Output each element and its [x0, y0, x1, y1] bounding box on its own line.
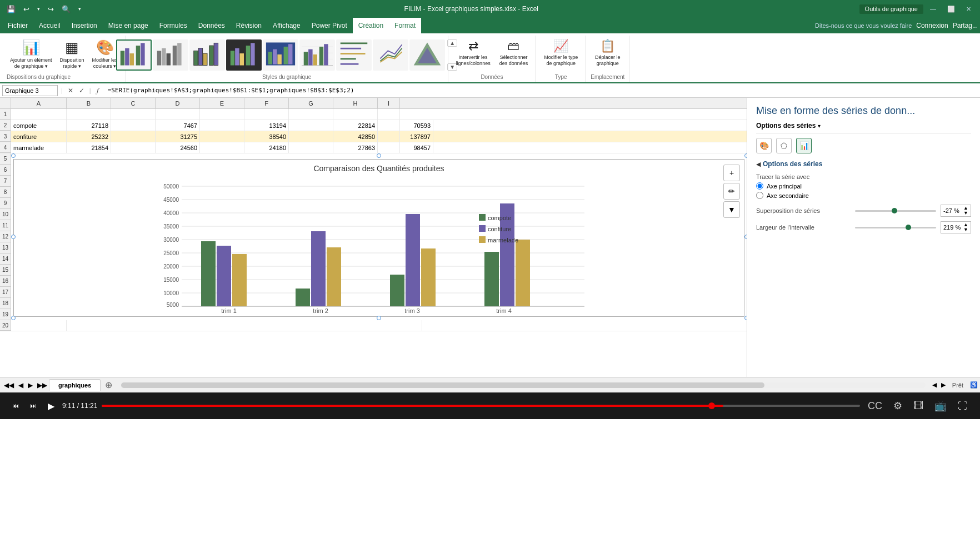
cell-a3[interactable]: confiture: [11, 131, 67, 142]
chart-style-4[interactable]: [226, 39, 262, 71]
cell-f2[interactable]: 13194: [244, 120, 289, 131]
cell-h3[interactable]: 42850: [333, 131, 378, 142]
cell-f1[interactable]: [244, 109, 289, 120]
chart-style-button[interactable]: ✏: [723, 183, 740, 200]
cell-i1[interactable]: [378, 109, 400, 120]
chart-style-1[interactable]: [116, 39, 152, 71]
resize-handle-top-left[interactable]: [11, 153, 16, 158]
bar-t2-confiture[interactable]: [311, 231, 326, 306]
col-header-e[interactable]: E: [200, 98, 244, 108]
cell-j3[interactable]: 137897: [400, 131, 433, 142]
video-prev-frame-button[interactable]: ⏭: [27, 400, 40, 412]
row-header-7[interactable]: 7: [0, 176, 11, 187]
cell-e4[interactable]: [200, 142, 244, 153]
name-box[interactable]: [2, 85, 58, 96]
row-header-9[interactable]: 9: [0, 198, 11, 209]
cell-g3[interactable]: [289, 131, 333, 142]
disposition-rapide-button[interactable]: ▦ Dispositionrapide ▾: [57, 37, 88, 72]
col-header-d[interactable]: D: [156, 98, 200, 108]
resize-handle-top[interactable]: [377, 153, 381, 158]
undo-dropdown[interactable]: ▾: [35, 6, 42, 12]
cell-i4[interactable]: [378, 142, 400, 153]
panel-tab-shape[interactable]: ⬠: [776, 138, 792, 153]
horizontal-scrollbar[interactable]: [121, 382, 926, 388]
col-header-c[interactable]: C: [111, 98, 156, 108]
connexion-label[interactable]: Connexion: [916, 22, 948, 29]
resize-handle-bottom-right[interactable]: [744, 316, 747, 320]
cell-h4[interactable]: 27863: [333, 142, 378, 153]
bar-t1-compote[interactable]: [201, 241, 216, 306]
resize-handle-bottom[interactable]: [377, 316, 381, 320]
cell-b3[interactable]: 25232: [67, 131, 111, 142]
menu-donnees[interactable]: Données: [193, 18, 231, 33]
cell-i2[interactable]: [378, 120, 400, 131]
row-header-8[interactable]: 8: [0, 187, 11, 198]
row-header-16[interactable]: 16: [0, 276, 11, 287]
qat-more[interactable]: ▾: [76, 6, 83, 12]
menu-affichage[interactable]: Affichage: [267, 18, 306, 33]
col-header-g[interactable]: G: [289, 98, 333, 108]
chart-style-5[interactable]: [263, 39, 298, 71]
cell-a20[interactable]: [11, 320, 67, 331]
menu-formules[interactable]: Formules: [154, 18, 193, 33]
tab-nav-last[interactable]: ▶▶: [36, 381, 49, 389]
sheet-tab-graphiques[interactable]: graphiques: [49, 379, 101, 391]
add-sheet-button[interactable]: ⊕: [101, 380, 117, 390]
video-progress-thumb[interactable]: [708, 402, 715, 409]
series-options-header[interactable]: ◀ Options des séries: [756, 160, 971, 168]
redo-button[interactable]: ↪: [46, 5, 56, 13]
col-header-h[interactable]: H: [333, 98, 378, 108]
tab-nav-next[interactable]: ▶: [26, 381, 34, 389]
add-element-button[interactable]: 📊 Ajouter un élémentde graphique ▾: [7, 37, 56, 72]
row-header-13[interactable]: 13: [0, 242, 11, 253]
video-play-button[interactable]: ▶: [44, 399, 58, 414]
deplacer-button[interactable]: 📋 Déplacer legraphique: [591, 37, 624, 69]
menu-power-pivot[interactable]: Power Pivot: [306, 18, 353, 33]
bar-t3-compote[interactable]: [390, 275, 404, 306]
cell-e1[interactable]: [200, 109, 244, 120]
cell-f3[interactable]: 38540: [244, 131, 289, 142]
resize-handle-bottom-left[interactable]: [11, 316, 16, 320]
close-button[interactable]: ✕: [962, 4, 976, 14]
menu-revision[interactable]: Révision: [231, 18, 267, 33]
cell-d2[interactable]: 7467: [156, 120, 200, 131]
video-quality-icon[interactable]: 🎞: [910, 399, 927, 413]
video-pip-icon[interactable]: 📺: [931, 399, 950, 413]
save-button[interactable]: 💾: [4, 5, 18, 13]
resize-handle-top-right[interactable]: [744, 153, 747, 158]
superposition-track[interactable]: [855, 210, 936, 212]
chart-style-6[interactable]: [299, 39, 335, 71]
chart-container[interactable]: Comparaison des Quantités produites: [11, 153, 747, 320]
chart[interactable]: Comparaison des Quantités produites: [13, 159, 744, 317]
tab-nav-first[interactable]: ◀◀: [2, 381, 16, 389]
video-fullscreen-icon[interactable]: ⛶: [954, 399, 971, 413]
row-header-2[interactable]: 2: [0, 120, 11, 131]
cell-c4[interactable]: [111, 142, 156, 153]
col-header-a[interactable]: A: [11, 98, 67, 108]
scrollbar-thumb[interactable]: [121, 382, 764, 388]
panel-tab-chart[interactable]: 📊: [796, 138, 812, 153]
axe-principal-radio[interactable]: [756, 182, 763, 190]
row-header-18[interactable]: 18: [0, 298, 11, 309]
partager-label[interactable]: Partag...: [953, 22, 978, 29]
row-header-4[interactable]: 4: [0, 142, 11, 153]
cell-g2[interactable]: [289, 120, 333, 131]
cell-g1[interactable]: [289, 109, 333, 120]
row-header-12[interactable]: 12: [0, 231, 11, 242]
cell-e3[interactable]: [200, 131, 244, 142]
row-header-5[interactable]: 5: [0, 153, 11, 165]
menu-mise-en-page[interactable]: Mise en page: [103, 18, 154, 33]
selectionner-button[interactable]: 🗃 Sélectionnerdes données: [496, 37, 532, 69]
formula-input[interactable]: [108, 87, 978, 94]
col-header-f[interactable]: F: [244, 98, 289, 108]
scroll-right-button[interactable]: ▶: [939, 381, 948, 389]
undo-button[interactable]: ↩: [21, 5, 32, 13]
minimize-button[interactable]: —: [926, 4, 941, 14]
bar-t1-marmelade[interactable]: [232, 254, 247, 306]
row-header-1[interactable]: 1: [0, 109, 11, 120]
cell-j2[interactable]: 70593: [400, 120, 433, 131]
cell-c1[interactable]: [111, 109, 156, 120]
cell-c2[interactable]: [111, 120, 156, 131]
panel-tab-paint[interactable]: 🎨: [756, 138, 772, 153]
cell-rest-20[interactable]: [67, 320, 422, 331]
